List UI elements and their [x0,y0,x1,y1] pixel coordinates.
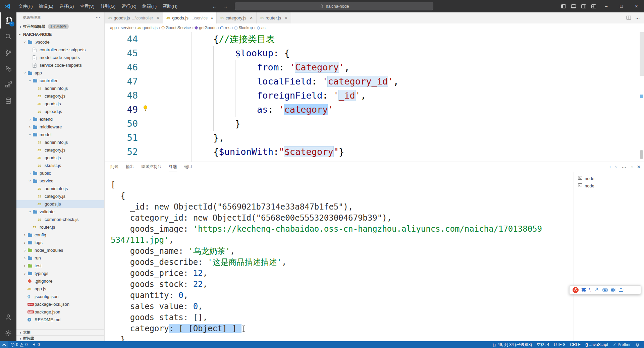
tree-item-category.js[interactable]: JScategory.js [16,92,104,100]
tree-item-router.js[interactable]: JSrouter.js [16,223,104,231]
menu-item-0[interactable]: 文件(F) [15,0,36,12]
maximize-button[interactable]: □ [614,0,629,12]
panel-more-icon[interactable]: ⋯ [622,164,627,170]
eol-setting[interactable]: CRLF [568,341,583,348]
tree-item-jsconfig.json[interactable]: {}jsconfig.json [16,293,104,300]
terminal-instance-node[interactable]: node [574,175,644,182]
tree-item-service[interactable]: ›service [16,177,104,185]
editor-tab-category.js[interactable]: JScategory.js✕ [217,12,257,23]
menu-item-5[interactable]: 运行(R) [118,0,139,12]
tree-item-controller[interactable]: ›controller [16,77,104,84]
open-editors-section[interactable]: › 打开的编辑器 1 个未保存 [16,22,104,31]
close-icon[interactable]: ✕ [250,16,253,20]
code-text[interactable]: from: 'Category', [148,60,350,74]
code-text[interactable]: {$unionWith:"$category"} [148,145,344,159]
panel-tab-终端[interactable]: 终端 [169,162,177,172]
code-text[interactable]: }, [148,131,224,145]
editor-more-actions-icon[interactable]: ⋯ [635,15,640,21]
lightbulb-icon[interactable] [142,105,149,113]
breadcrumb-item-app[interactable]: app [110,25,117,30]
tree-item-model.code-snippets[interactable]: model.code-snippets [16,54,104,61]
language-mode[interactable]: {} JavaScript [583,341,611,348]
problems-indicator[interactable]: 0 0 [8,341,30,348]
panel-tab-问题[interactable]: 问题 [110,162,118,172]
tree-item-app.js[interactable]: JSapp.js [16,285,104,293]
settings-gear-icon[interactable] [0,325,16,341]
forward-button[interactable]: → [223,3,228,9]
tree-item-readme.md[interactable]: iREADME.md [16,316,104,324]
menu-item-1[interactable]: 编辑(E) [36,0,56,12]
terminal-instance-node[interactable]: node [574,182,644,189]
panel-tab-调试控制台[interactable]: 调试控制台 [141,162,161,172]
tree-item-node_modules[interactable]: ›node_modules [16,246,104,254]
tree-item-.gitignore[interactable]: .gitignore [16,277,104,285]
editor-tab-goods.js[interactable]: JSgoods.js...\service● [163,12,216,23]
tree-item-controller.code-snippets[interactable]: controller.code-snippets [16,46,104,54]
menu-item-3[interactable]: 查看(V) [77,0,97,12]
tree-item-model[interactable]: ›model [16,131,104,138]
tree-item-category.js[interactable]: JScategory.js [16,192,104,200]
tree-item-upload.js[interactable]: JSupload.js [16,108,104,115]
code-text[interactable]: as: 'category' [148,103,333,117]
maximize-panel-icon[interactable]: › [629,166,634,168]
menu-item-6[interactable]: 终端(T) [139,0,160,12]
keyboard-icon[interactable] [602,287,608,293]
indentation-setting[interactable]: 空格: 4 [534,341,551,348]
menu-item-4[interactable]: 转到(G) [98,0,119,12]
tree-item-admininfo.js[interactable]: JSadmininfo.js [16,185,104,192]
tree-item-middleware[interactable]: ›middleware [16,123,104,131]
close-panel-icon[interactable]: ✕ [637,164,641,170]
back-button[interactable]: ← [212,3,217,9]
tree-item-category.js[interactable]: JScategory.js [16,146,104,154]
split-editor-icon[interactable] [626,15,631,21]
code-text[interactable]: } [148,117,240,131]
ime-language-toggle[interactable]: 英 [582,287,586,293]
notifications-bell[interactable] [633,341,642,348]
tree-item-validate[interactable]: ›validate [16,208,104,216]
tree-item-.vscode[interactable]: ›.vscode [16,38,104,46]
command-center-search[interactable]: naicha-node [235,2,433,10]
breadcrumb-item-getGoods[interactable]: getGoods [195,25,216,30]
tree-item-package.json[interactable]: npmpackage.json [16,308,104,316]
account-icon[interactable] [0,309,16,325]
sidebar-more-icon[interactable]: ⋯ [96,15,100,20]
outline-section[interactable]: › 大纲 [16,329,104,335]
toggle-sidebar-icon[interactable] [558,0,569,12]
terminal-scrollbar[interactable] [640,150,643,159]
source-control-icon[interactable] [0,45,16,61]
toggle-secondary-sidebar-icon[interactable] [579,0,589,12]
code-text[interactable]: localField: 'category_id', [148,74,399,89]
formatter-indicator[interactable]: ✓ Prettier [610,341,633,348]
tree-item-test[interactable]: ›test [16,262,104,270]
menu-item-2[interactable]: 选择(S) [56,0,77,12]
customize-layout-icon[interactable] [589,0,599,12]
breadcrumb-item-GoodsService[interactable]: GoodsService [162,25,191,30]
breadcrumb-item-as[interactable]: as [257,25,266,30]
ime-punctuation-toggle[interactable]: ’, [589,288,591,292]
terminal-dropdown-icon[interactable]: › [614,166,619,168]
close-button[interactable]: ✕ [629,0,644,12]
extensions-icon[interactable] [0,77,16,93]
database-icon[interactable] [0,93,16,109]
toggle-panel-icon[interactable] [569,0,579,12]
timeline-section[interactable]: › 时间线 [16,335,104,341]
minimize-button[interactable]: – [599,0,614,12]
close-icon[interactable]: ✕ [284,16,287,20]
menu-item-7[interactable]: 帮助(H) [160,0,180,12]
tree-item-admininfo.js[interactable]: JSadmininfo.js [16,138,104,146]
code-text[interactable]: {//连接类目表 [148,32,275,46]
panel-tab-端口[interactable]: 端口 [184,162,192,172]
new-terminal-icon[interactable]: + [609,164,611,170]
search-view-icon[interactable] [0,28,16,45]
code-text[interactable]: $lookup: { [148,46,290,60]
close-icon[interactable]: ✕ [156,16,159,20]
explorer-icon[interactable]: 1 [0,12,16,28]
tree-item-extend[interactable]: ›extend [16,115,104,123]
tree-item-goods.js[interactable]: JSgoods.js [16,154,104,162]
tree-item-config[interactable]: ›config [16,231,104,239]
editor-tab-goods.js[interactable]: JSgoods.js...\controller✕ [105,12,163,23]
tree-item-run[interactable]: ›run [16,254,104,262]
tree-item-logs[interactable]: ›logs [16,239,104,246]
remote-indicator[interactable]: >< [0,341,8,348]
ports-indicator[interactable]: 0 [30,341,42,348]
